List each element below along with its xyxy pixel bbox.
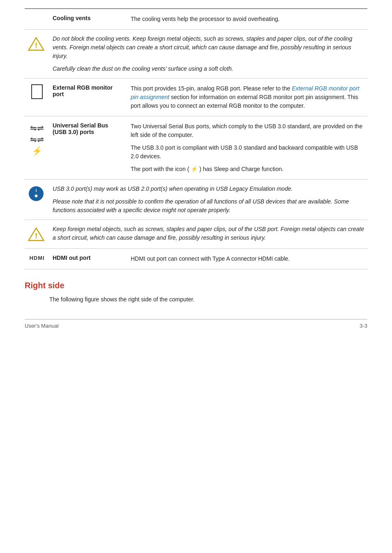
right-side-section: Right side The following figure shows th…: [25, 281, 367, 303]
cooling-vents-label: Cooling vents: [49, 9, 127, 30]
cooling-vents-desc: The cooling vents help the processor to …: [127, 9, 367, 30]
rgb-monitor-label-line1: External RGB monitor: [53, 84, 113, 91]
usb-label-line2: (USB 3.0) ports: [53, 129, 94, 135]
info-note-cell: i ● USB 3.0 port(s) may work as USB 2.0 …: [25, 180, 367, 220]
warning-icon-cooling: !: [28, 35, 46, 53]
rgb-icon-cell: [25, 79, 49, 116]
hdmi-row: HDMI HDMI out port HDMI out port can con…: [25, 249, 367, 269]
rgb-monitor-icon: [31, 84, 43, 99]
info-note-text: USB 3.0 port(s) may work as USB 2.0 port…: [53, 185, 364, 215]
rgb-monitor-desc: This port provides 15-pin, analog RGB po…: [127, 79, 367, 116]
usb-icon: ⇋⇌⇋⇌ ⚡: [28, 122, 46, 157]
footer-right: 3-3: [360, 323, 367, 329]
hdmi-label: HDMI out port: [49, 249, 127, 269]
cooling-warning-row: ! Do not block the cooling vents. Keep f…: [25, 30, 367, 79]
svg-text:●: ●: [34, 192, 38, 199]
usb-warning-text: Keep foreign metal objects, such as scre…: [53, 225, 364, 242]
cooling-warning-content: ! Do not block the cooling vents. Keep f…: [28, 35, 364, 73]
usb-warning-cell: ! Keep foreign metal objects, such as sc…: [25, 220, 367, 249]
hdmi-icon: HDMI: [29, 255, 44, 261]
info-icon: i ●: [28, 185, 46, 203]
usb-warning-content: ! Keep foreign metal objects, such as sc…: [28, 225, 364, 243]
warning-icon-usb: !: [28, 226, 46, 243]
hdmi-icon-cell: HDMI: [25, 249, 49, 269]
cooling-vents-row: Cooling vents The cooling vents help the…: [25, 9, 367, 30]
rgb-monitor-row: External RGB monitor port This port prov…: [25, 79, 367, 116]
rgb-monitor-label: External RGB monitor port: [49, 79, 127, 116]
usb-label-line1: Universal Serial Bus: [53, 122, 108, 129]
usb-row: ⇋⇌⇋⇌ ⚡ Universal Serial Bus (USB 3.0) po…: [25, 116, 367, 180]
info-note-content: i ● USB 3.0 port(s) may work as USB 2.0 …: [28, 185, 364, 215]
usb-label: Universal Serial Bus (USB 3.0) ports: [49, 116, 127, 180]
right-side-heading: Right side: [25, 281, 367, 290]
page-footer: User's Manual 3-3: [25, 319, 367, 329]
content-table: Cooling vents The cooling vents help the…: [25, 9, 367, 269]
footer-left: User's Manual: [25, 323, 59, 329]
cooling-warning-cell: ! Do not block the cooling vents. Keep f…: [25, 30, 367, 79]
right-side-description: The following figure shows the right sid…: [49, 296, 367, 303]
hdmi-desc: HDMI out port can connect with Type A co…: [127, 249, 367, 269]
usb-desc: Two Universal Serial Bus ports, which co…: [127, 116, 367, 180]
svg-text:!: !: [35, 42, 37, 50]
usb-warning-row: ! Keep foreign metal objects, such as sc…: [25, 220, 367, 249]
usb-icon-cell: ⇋⇌⇋⇌ ⚡: [25, 116, 49, 180]
svg-text:!: !: [35, 232, 37, 240]
cooling-warning-text: Do not block the cooling vents. Keep for…: [53, 35, 364, 73]
info-note-row: i ● USB 3.0 port(s) may work as USB 2.0 …: [25, 180, 367, 220]
rgb-monitor-label-line2: port: [53, 91, 64, 97]
cooling-vents-icon-cell: [25, 9, 49, 30]
